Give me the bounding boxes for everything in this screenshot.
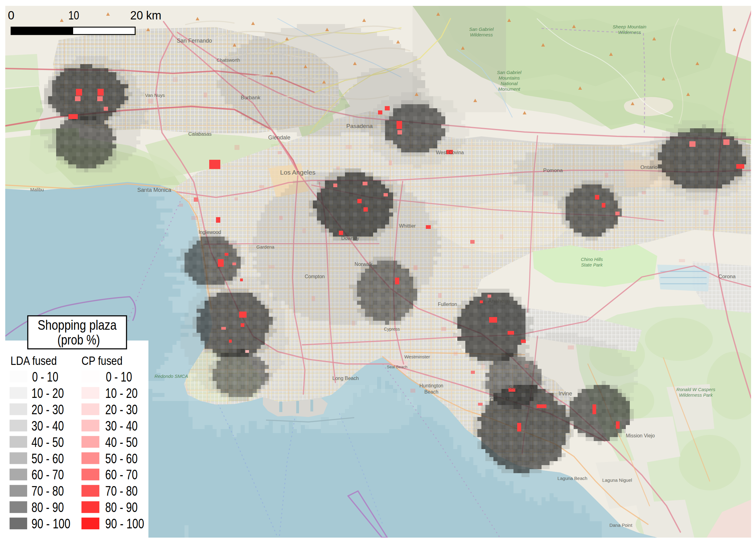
svg-text:Dana Point: Dana Point bbox=[609, 522, 633, 528]
svg-text:Costa Mesa: Costa Mesa bbox=[490, 397, 516, 402]
svg-text:Santa Ana: Santa Ana bbox=[509, 385, 533, 390]
svg-text:Laguna Niguel: Laguna Niguel bbox=[602, 477, 632, 483]
svg-text:Gardena: Gardena bbox=[257, 244, 275, 250]
svg-text:LDA fused: LDA fused bbox=[10, 354, 57, 367]
svg-text:National: National bbox=[500, 81, 518, 86]
svg-text:50 - 60: 50 - 60 bbox=[31, 451, 64, 466]
svg-text:Ronald W Caspers: Ronald W Caspers bbox=[676, 387, 715, 392]
svg-text:30 - 40: 30 - 40 bbox=[105, 418, 138, 433]
svg-text:20 - 30: 20 - 30 bbox=[105, 402, 138, 417]
svg-text:Inglewood: Inglewood bbox=[199, 230, 221, 235]
svg-text:Malibu: Malibu bbox=[30, 187, 44, 192]
svg-text:Seal Beach: Seal Beach bbox=[387, 364, 407, 369]
svg-text:60 - 70: 60 - 70 bbox=[105, 467, 138, 482]
svg-text:Mountains: Mountains bbox=[498, 75, 520, 81]
svg-text:Anaheim: Anaheim bbox=[488, 298, 510, 304]
svg-text:Laguna Beach: Laguna Beach bbox=[558, 476, 587, 481]
svg-text:60 - 70: 60 - 70 bbox=[31, 467, 64, 482]
svg-text:80 - 90: 80 - 90 bbox=[31, 500, 64, 515]
svg-text:State Park: State Park bbox=[581, 262, 603, 268]
svg-text:CP fused: CP fused bbox=[81, 354, 123, 367]
svg-text:San Fernando: San Fernando bbox=[177, 38, 212, 44]
svg-text:Wilderness Park: Wilderness Park bbox=[679, 392, 713, 397]
svg-text:50 - 60: 50 - 60 bbox=[105, 451, 138, 466]
svg-text:Calabasas: Calabasas bbox=[188, 131, 212, 137]
svg-text:90 - 100: 90 - 100 bbox=[31, 516, 70, 531]
svg-text:Shopping plaza: Shopping plaza bbox=[38, 317, 117, 332]
svg-text:20 - 30: 20 - 30 bbox=[31, 402, 64, 417]
svg-text:Santa Monica: Santa Monica bbox=[137, 187, 172, 193]
svg-text:Downey: Downey bbox=[341, 236, 359, 241]
svg-text:70 - 80: 70 - 80 bbox=[31, 483, 64, 498]
svg-text:Wilderness: Wilderness bbox=[618, 30, 641, 35]
svg-text:Compton: Compton bbox=[305, 274, 325, 279]
svg-text:10 - 20: 10 - 20 bbox=[31, 385, 64, 401]
svg-text:Pasadena: Pasadena bbox=[346, 123, 373, 129]
svg-text:10: 10 bbox=[69, 9, 79, 22]
svg-text:West Covina: West Covina bbox=[436, 150, 464, 155]
svg-text:0 - 10: 0 - 10 bbox=[32, 369, 58, 384]
svg-text:Mission Viejo: Mission Viejo bbox=[626, 433, 655, 438]
svg-text:Westminster: Westminster bbox=[404, 354, 430, 359]
svg-text:Monument: Monument bbox=[498, 86, 520, 92]
svg-text:Los Angeles: Los Angeles bbox=[280, 169, 315, 176]
svg-text:90 - 100: 90 - 100 bbox=[105, 516, 144, 531]
svg-text:(prob %): (prob %) bbox=[57, 332, 100, 347]
svg-text:20 km: 20 km bbox=[130, 9, 161, 22]
svg-text:Long Beach: Long Beach bbox=[332, 376, 359, 381]
svg-text:Wilderness: Wilderness bbox=[470, 32, 493, 37]
svg-text:San Gabriel: San Gabriel bbox=[497, 70, 521, 75]
svg-text:Glendale: Glendale bbox=[268, 135, 290, 141]
svg-text:Fullerton: Fullerton bbox=[438, 302, 457, 307]
svg-text:0: 0 bbox=[8, 9, 14, 22]
svg-text:Burbank: Burbank bbox=[241, 95, 261, 101]
svg-text:40 - 50: 40 - 50 bbox=[105, 435, 138, 450]
svg-text:Sheep Mountain: Sheep Mountain bbox=[612, 24, 646, 29]
svg-text:0 - 10: 0 - 10 bbox=[106, 369, 132, 384]
svg-text:San Gabriel: San Gabriel bbox=[469, 27, 494, 32]
svg-text:Norwalk: Norwalk bbox=[355, 262, 373, 267]
svg-text:70 - 80: 70 - 80 bbox=[105, 483, 138, 498]
svg-text:80 - 90: 80 - 90 bbox=[105, 500, 138, 515]
svg-text:Pomona: Pomona bbox=[543, 168, 563, 173]
svg-text:Cypress: Cypress bbox=[384, 327, 399, 331]
svg-text:Whittier: Whittier bbox=[399, 223, 416, 229]
svg-text:40 - 50: 40 - 50 bbox=[31, 435, 64, 450]
svg-text:Corona: Corona bbox=[718, 273, 736, 279]
svg-text:Van Nuys: Van Nuys bbox=[145, 93, 165, 98]
svg-text:Ontario: Ontario bbox=[640, 164, 658, 170]
svg-text:Chino Hills: Chino Hills bbox=[581, 257, 603, 262]
svg-text:10 - 20: 10 - 20 bbox=[105, 385, 138, 401]
svg-text:Redondo SMCA: Redondo SMCA bbox=[155, 373, 188, 379]
svg-text:30 - 40: 30 - 40 bbox=[31, 418, 64, 433]
svg-text:Chatsworth: Chatsworth bbox=[217, 57, 240, 63]
svg-text:Irvine: Irvine bbox=[558, 390, 572, 397]
